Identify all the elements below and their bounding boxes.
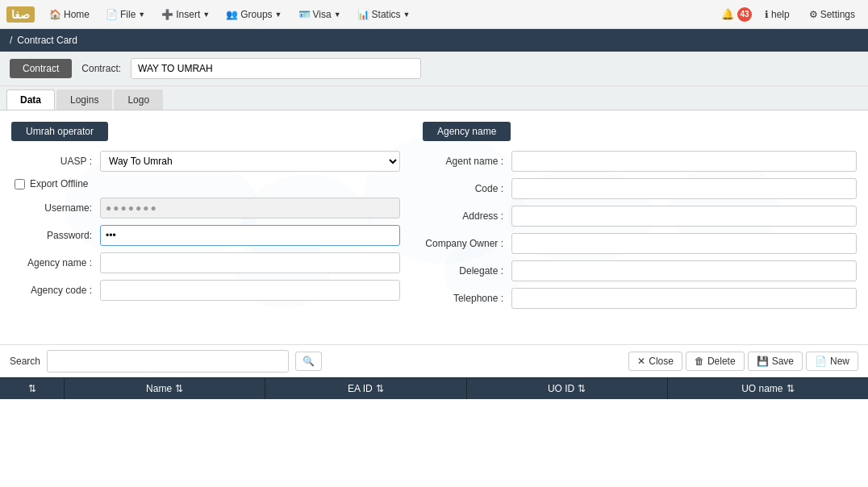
nav-home-label: Home [64,9,90,20]
uasp-label: UASP : [11,156,92,167]
nav-insert-label: Insert [176,9,200,20]
file-icon: 📄 [106,9,118,20]
nav-settings-label: Settings [820,9,855,20]
th-sort-uo-id: ⇅ [578,383,586,394]
th-uo-id-label: UO ID [548,383,574,394]
th-col-uo-name[interactable]: UO name ⇅ [668,378,868,399]
visa-dropdown-icon: ▼ [334,10,341,19]
username-input[interactable] [100,198,400,219]
code-field-row: Code : [423,178,857,199]
th-col-uo-id[interactable]: UO ID ⇅ [467,378,668,399]
contract-value-input[interactable] [131,58,421,79]
nav-statics-label: Statics [372,9,401,20]
delete-button[interactable]: 🗑 Delete [686,352,745,371]
tab-logins[interactable]: Logins [56,89,112,110]
company-owner-input[interactable] [511,233,857,254]
agency-code-label: Agency code : [11,285,92,296]
telephone-field-row: Telephone : [423,288,857,309]
bell-icon: 🔔 [721,7,734,19]
breadcrumb-separator: / [10,35,12,46]
search-label: Search [10,356,40,367]
agency-code-field-row: Agency code : [11,280,400,301]
th-uo-name-label: UO name [741,383,782,394]
nav-settings[interactable]: ⚙ Settings [803,6,862,23]
left-panel: Umrah operator UASP : Way To Umrah Expor… [0,110,411,344]
nav-file[interactable]: 📄 File ▼ [99,6,152,23]
agency-name-field-row: Agency name : [11,252,400,273]
th-col-ea-id[interactable]: EA ID ⇅ [265,378,466,399]
export-offline-checkbox[interactable] [15,179,25,189]
close-x-icon: ✕ [637,356,645,367]
username-label: Username: [11,202,92,214]
table-header: ⇅ Name ⇅ EA ID ⇅ UO ID ⇅ UO name ⇅ [0,377,868,399]
nav-help-label: help [771,9,790,20]
th-col-name[interactable]: Name ⇅ [65,378,265,399]
contract-field-label: Contract: [81,63,121,74]
tabs-row: Data Logins Logo [0,86,868,110]
breadcrumb: / Contract Card [0,29,868,52]
nav-bell-area: 🔔 43 ℹ help ⚙ Settings [721,6,862,23]
password-input[interactable] [100,225,400,246]
agent-name-input[interactable] [511,151,857,172]
tab-logo-label: Logo [127,94,149,106]
trash-icon: 🗑 [695,356,704,367]
address-input[interactable] [511,206,857,227]
insert-dropdown-icon: ▼ [202,10,210,19]
delete-label: Delete [707,356,736,367]
th-col-1[interactable]: ⇅ [0,378,65,399]
agent-name-label: Agent name : [423,156,503,167]
statics-icon: 📊 [357,9,369,20]
nav-file-label: File [120,9,136,20]
close-button[interactable]: ✕ Close [628,352,682,371]
nav-home[interactable]: 🏠 Home [43,6,96,23]
nav-visa[interactable]: 🪪 Visa ▼ [292,6,348,23]
th-sort-name: ⇅ [175,383,183,394]
agency-name-input[interactable] [100,252,400,273]
contract-button[interactable]: Contract [10,59,72,78]
th-sort-1: ⇅ [28,383,36,394]
uasp-select[interactable]: Way To Umrah [100,151,400,172]
insert-icon: ➕ [161,9,173,20]
delegate-input[interactable] [511,260,857,281]
tab-data[interactable]: Data [6,89,55,110]
breadcrumb-page: Contract Card [17,35,77,46]
save-button[interactable]: 💾 Save [748,352,803,371]
agency-code-input[interactable] [100,280,400,301]
umrah-operator-button[interactable]: Umrah operator [11,122,108,141]
nav-visa-label: Visa [313,9,332,20]
export-offline-row: Export Offline [15,178,400,189]
search-input[interactable] [47,350,289,373]
username-field-row: Username: [11,198,400,219]
nav-statics[interactable]: 📊 Statics ▼ [351,6,417,23]
nav-insert[interactable]: ➕ Insert ▼ [155,6,216,23]
nav-help[interactable]: ℹ help [758,6,796,23]
code-label: Code : [423,183,503,194]
telephone-input[interactable] [511,288,857,309]
bottom-toolbar: Search 🔍 ✕ Close 🗑 Delete 💾 Save 📄 New [0,344,868,377]
uasp-field-row: UASP : Way To Umrah [11,151,400,172]
top-navbar: صفا 🏠 Home 📄 File ▼ ➕ Insert ▼ 👥 Groups … [0,0,868,29]
nav-groups[interactable]: 👥 Groups ▼ [219,6,288,23]
company-owner-field-row: Company Owner : [423,233,857,254]
th-sort-ea-id: ⇅ [376,383,384,394]
delegate-label: Delegate : [423,265,503,277]
right-panel: Agency name Agent name : Code : Address … [411,110,868,344]
tab-logins-label: Logins [70,94,98,106]
company-owner-label: Company Owner : [423,238,503,249]
code-input[interactable] [511,178,857,199]
notification-badge: 43 [737,7,752,22]
search-button[interactable]: 🔍 [295,352,322,371]
visa-icon: 🪪 [298,9,311,20]
new-button[interactable]: 📄 New [806,352,858,371]
address-field-row: Address : [423,206,857,227]
groups-icon: 👥 [226,9,238,20]
app-logo: صفا [6,6,35,23]
contract-bar: Contract Contract: [0,52,868,86]
tab-logo[interactable]: Logo [114,89,163,110]
notification-bell[interactable]: 🔔 43 [721,7,752,22]
export-offline-label: Export Offline [30,178,88,189]
close-label: Close [649,356,674,367]
delegate-field-row: Delegate : [423,260,857,281]
gear-icon: ⚙ [809,9,818,20]
statics-dropdown-icon: ▼ [403,10,411,19]
